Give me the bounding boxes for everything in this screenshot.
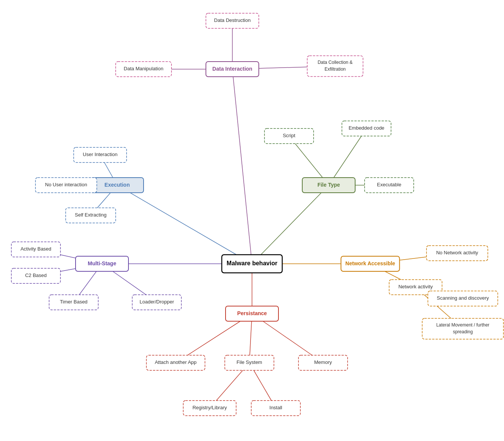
svg-text:Network activity: Network activity	[398, 284, 433, 289]
svg-text:Scanning and discovery: Scanning and discovery	[437, 295, 489, 301]
svg-text:User Interaction: User Interaction	[83, 152, 117, 157]
svg-text:No Network activity: No Network activity	[436, 250, 478, 255]
node-install: Install	[251, 401, 300, 416]
svg-text:Script: Script	[283, 133, 295, 138]
node-dataInteraction: Data Interaction	[206, 62, 259, 77]
svg-text:Loader/Dropper: Loader/Dropper	[139, 299, 174, 305]
node-fileType: File Type	[302, 178, 355, 193]
node-executable: Executable	[365, 178, 414, 193]
svg-line-10	[329, 128, 366, 185]
svg-text:Multi-Stage: Multi-Stage	[88, 260, 116, 266]
svg-text:Registry/Library: Registry/Library	[192, 405, 227, 410]
node-center: Malware behavior	[222, 255, 282, 273]
node-c2Based: C2 Based	[11, 268, 60, 283]
node-loaderDropper: Loader/Dropper	[132, 295, 181, 310]
svg-text:File Type: File Type	[317, 182, 340, 188]
node-selfExtracting: Self Extracting	[66, 208, 116, 223]
node-timerBased: Timer Based	[49, 295, 98, 310]
node-multiStage: Multi-Stage	[76, 256, 128, 271]
node-embeddedCode: Embedded code	[342, 121, 391, 136]
svg-text:No User interaction: No User interaction	[45, 182, 87, 187]
node-dataCollection: Data Collection &Exfiltration	[307, 56, 363, 77]
mindmap-diagram: Malware behaviorData InteractionData Des…	[0, 0, 504, 441]
node-fileSystem: File System	[225, 355, 274, 370]
svg-text:Network Accessible: Network Accessible	[345, 260, 395, 266]
node-execution: Execution	[91, 178, 144, 193]
svg-text:C2 Based: C2 Based	[25, 272, 46, 278]
svg-line-4	[117, 185, 252, 264]
node-noNetworkActivity: No Network activity	[427, 246, 488, 261]
svg-rect-73	[422, 319, 504, 339]
svg-text:Persistance: Persistance	[237, 310, 267, 316]
svg-text:Data Destruction: Data Destruction	[214, 17, 251, 23]
node-memory: Memory	[298, 355, 348, 370]
svg-text:Data Collection &: Data Collection &	[318, 60, 353, 65]
node-lateralMovement: Lateral Movement / furtherspreading	[422, 319, 504, 339]
svg-text:Exfiltration: Exfiltration	[325, 67, 346, 72]
svg-text:Execution: Execution	[105, 182, 130, 188]
svg-text:Attach another App: Attach another App	[155, 359, 197, 365]
node-script: Script	[264, 128, 314, 144]
svg-line-0	[232, 69, 252, 264]
node-dataDestruction: Data Destruction	[206, 13, 259, 28]
node-noUserInteraction: No User interaction	[36, 178, 97, 193]
node-userInteraction: User Interaction	[74, 147, 127, 162]
svg-text:Self Extracting: Self Extracting	[75, 212, 107, 218]
node-scanningDiscovery: Scanning and discovery	[428, 291, 498, 306]
svg-rect-36	[307, 56, 363, 77]
svg-text:Malware behavior: Malware behavior	[227, 260, 277, 266]
svg-line-8	[252, 185, 329, 264]
svg-text:spreading: spreading	[453, 329, 473, 334]
svg-text:Embedded code: Embedded code	[349, 125, 385, 131]
node-attachApp: Attach another App	[147, 355, 205, 370]
svg-text:Data Interaction: Data Interaction	[212, 66, 252, 72]
node-persistance: Persistance	[226, 306, 278, 321]
svg-text:Activity Based: Activity Based	[20, 246, 51, 252]
svg-text:Timer Based: Timer Based	[60, 299, 87, 305]
svg-text:Install: Install	[269, 405, 282, 410]
node-registryLibrary: Registry/Library	[183, 401, 236, 416]
node-dataManipulation: Data Manipulation	[116, 62, 172, 77]
node-activityBased: Activity Based	[11, 242, 60, 257]
svg-text:File System: File System	[237, 359, 262, 365]
svg-text:Lateral Movement / further: Lateral Movement / further	[436, 322, 490, 328]
svg-text:Executable: Executable	[377, 182, 401, 187]
svg-text:Data Manipulation: Data Manipulation	[124, 66, 164, 71]
node-networkAccessible: Network Accessible	[341, 256, 400, 271]
svg-text:Memory: Memory	[314, 359, 332, 365]
